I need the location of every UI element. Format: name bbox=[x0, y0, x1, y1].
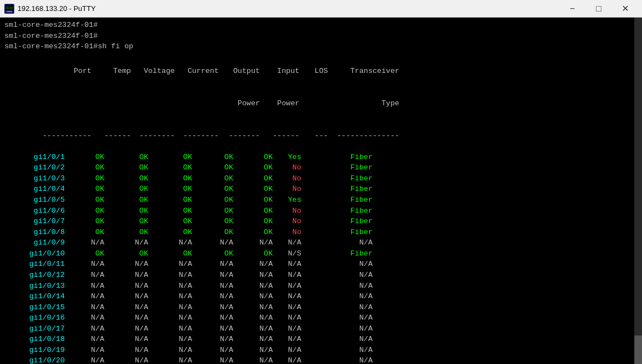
title-bar-controls: − □ ✕ bbox=[560, 0, 638, 18]
window-title: 192.168.133.20 - PuTTY bbox=[18, 4, 95, 13]
scrollbar[interactable] bbox=[634, 18, 642, 364]
header-row-2: PowerPowerType bbox=[4, 87, 638, 120]
table-row: gi1/0/4OKOKOKOKOKNoFiber bbox=[4, 184, 638, 195]
prompt-line-1: sml-core-mes2324f-01# bbox=[4, 20, 638, 31]
table-row: gi1/0/8OKOKOKOKOKNoFiber bbox=[4, 227, 638, 238]
table-row: gi1/0/19N/AN/AN/AN/AN/AN/AN/A bbox=[4, 345, 638, 356]
table-row: gi1/0/2OKOKOKOKOKNoFiber bbox=[4, 162, 638, 173]
table-row: gi1/0/6OKOKOKOKOKNoFiber bbox=[4, 206, 638, 217]
prompt-line-2: sml-core-mes2324f-01# bbox=[4, 31, 638, 42]
close-button[interactable]: ✕ bbox=[612, 0, 638, 18]
table-row: gi1/0/12N/AN/AN/AN/AN/AN/AN/A bbox=[4, 270, 638, 281]
table-row: gi1/0/20N/AN/AN/AN/AN/AN/AN/A bbox=[4, 355, 638, 364]
table-row: gi1/0/14N/AN/AN/AN/AN/AN/AN/A bbox=[4, 291, 638, 302]
divider-row: ----------------------------------------… bbox=[4, 120, 638, 152]
maximize-button[interactable]: □ bbox=[586, 0, 611, 18]
scrollbar-thumb[interactable] bbox=[634, 335, 642, 364]
table-row: gi1/0/5OKOKOKOKOKYesFiber bbox=[4, 195, 638, 206]
table-row: gi1/0/15N/AN/AN/AN/AN/AN/AN/A bbox=[4, 302, 638, 313]
svg-text:C:\>: C:\> bbox=[7, 6, 13, 9]
svg-rect-4 bbox=[7, 11, 12, 12]
header-row-1: PortTempVoltageCurrentOutputInputLOSTran… bbox=[4, 55, 638, 88]
title-bar: C:\> 192.168.133.20 - PuTTY − □ ✕ bbox=[0, 0, 642, 18]
table-row: gi1/0/10OKOKOKOKOKN/SFiber bbox=[4, 248, 638, 259]
table-row: gi1/0/17N/AN/AN/AN/AN/AN/AN/A bbox=[4, 323, 638, 334]
putty-icon: C:\> bbox=[4, 4, 14, 14]
table-row: gi1/0/3OKOKOKOKOKNoFiber bbox=[4, 173, 638, 184]
table-row: gi1/0/16N/AN/AN/AN/AN/AN/AN/A bbox=[4, 312, 638, 323]
output-table: PortTempVoltageCurrentOutputInputLOSTran… bbox=[4, 55, 638, 364]
command-line: sml-core-mes2324f-01#sh fi op bbox=[4, 41, 638, 52]
table-row: gi1/0/7OKOKOKOKOKNoFiber bbox=[4, 216, 638, 227]
table-row: gi1/0/18N/AN/AN/AN/AN/AN/AN/A bbox=[4, 334, 638, 345]
table-row: gi1/0/9N/AN/AN/AN/AN/AN/AN/A bbox=[4, 237, 638, 248]
table-row: gi1/0/11N/AN/AN/AN/AN/AN/AN/A bbox=[4, 259, 638, 270]
title-bar-left: C:\> 192.168.133.20 - PuTTY bbox=[4, 4, 95, 14]
table-row: gi1/0/13N/AN/AN/AN/AN/AN/AN/A bbox=[4, 281, 638, 292]
table-row: gi1/0/1OKOKOKOKOKYesFiber bbox=[4, 152, 638, 163]
data-rows: gi1/0/1OKOKOKOKOKYesFibergi1/0/2OKOKOKOK… bbox=[4, 152, 638, 364]
minimize-button[interactable]: − bbox=[560, 0, 585, 18]
terminal[interactable]: sml-core-mes2324f-01# sml-core-mes2324f-… bbox=[0, 18, 642, 364]
